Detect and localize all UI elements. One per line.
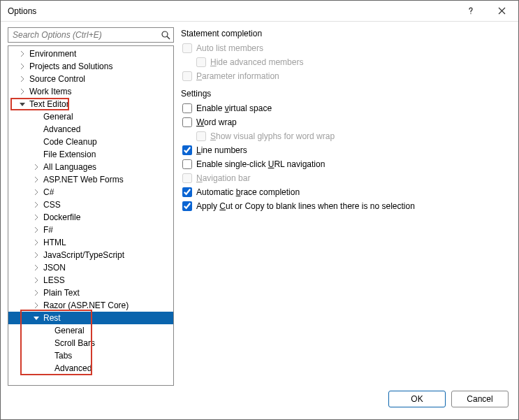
section-statement-completion: Statement completion xyxy=(181,27,511,41)
options-dialog: Options Environment Projects and Solutio… xyxy=(0,0,519,420)
tree-item-less[interactable]: LESS xyxy=(8,274,173,287)
search-icon[interactable] xyxy=(158,28,173,42)
help-button[interactable] xyxy=(455,1,486,21)
dialog-footer: OK Cancel xyxy=(1,386,518,419)
close-button[interactable] xyxy=(486,1,517,21)
checkbox-auto-list-members: Auto list members xyxy=(181,41,511,55)
checkbox-line-numbers[interactable]: Line numbers xyxy=(181,143,511,157)
tree-item-razor[interactable]: Razor (ASP.NET Core) xyxy=(8,299,173,312)
tree-item-general[interactable]: General xyxy=(8,110,173,123)
tree-item-css[interactable]: CSS xyxy=(8,198,173,211)
ok-button[interactable]: OK xyxy=(388,391,446,407)
tree-item-advanced[interactable]: Advanced xyxy=(8,123,173,136)
checkbox-navigation-bar: Navigation bar xyxy=(181,171,511,185)
titlebar: Options xyxy=(1,1,518,22)
tree-item-texteditor[interactable]: Text Editor xyxy=(8,98,173,110)
tree-item-rest-advanced[interactable]: Advanced xyxy=(8,362,173,375)
checkbox-word-wrap[interactable]: Word wrap xyxy=(181,115,511,129)
tree-item-sourcecontrol[interactable]: Source Control xyxy=(8,73,173,85)
tree-item-dockerfile[interactable]: Dockerfile xyxy=(8,211,173,224)
section-settings: Settings xyxy=(181,87,511,101)
tree-item-aspnet[interactable]: ASP.NET Web Forms xyxy=(8,173,173,186)
tree-item-rest-general[interactable]: General xyxy=(8,324,173,337)
search-box[interactable] xyxy=(8,27,174,43)
tree-item-jsts[interactable]: JavaScript/TypeScript xyxy=(8,249,173,261)
tree-item-plaintext[interactable]: Plain Text xyxy=(8,287,173,299)
tree-item-fileext[interactable]: File Extension xyxy=(8,148,173,161)
checkbox-single-click-url[interactable]: Enable single-click URL navigation xyxy=(181,157,511,171)
settings-panel: Statement completion Auto list members H… xyxy=(181,27,511,386)
window-title: Options xyxy=(8,6,455,16)
checkbox-visual-glyphs: Show visual glyphs for word wrap xyxy=(181,129,511,143)
checkbox-cut-copy-blank[interactable]: Apply Cut or Copy to blank lines when th… xyxy=(181,199,511,213)
tree-item-rest-scrollbars[interactable]: Scroll Bars xyxy=(8,337,173,349)
checkbox-parameter-information: Parameter information xyxy=(181,69,511,83)
tree-item-codecleanup[interactable]: Code Cleanup xyxy=(8,136,173,148)
svg-point-0 xyxy=(162,31,168,37)
search-input[interactable] xyxy=(8,28,158,42)
checkbox-hide-advanced-members: Hide advanced members xyxy=(181,55,511,69)
checkbox-brace-completion[interactable]: Automatic brace completion xyxy=(181,185,511,199)
tree-item-fsharp[interactable]: F# xyxy=(8,224,173,236)
tree-item-json[interactable]: JSON xyxy=(8,261,173,274)
tree-item-projects[interactable]: Projects and Solutions xyxy=(8,60,173,73)
help-icon xyxy=(467,7,475,15)
close-icon xyxy=(498,7,506,15)
left-panel: Environment Projects and Solutions Sourc… xyxy=(8,27,174,386)
tree-item-rest-tabs[interactable]: Tabs xyxy=(8,349,173,362)
tree-item-environment[interactable]: Environment xyxy=(8,48,173,60)
options-tree[interactable]: Environment Projects and Solutions Sourc… xyxy=(8,45,174,386)
dialog-body: Environment Projects and Solutions Sourc… xyxy=(1,22,518,386)
cancel-button[interactable]: Cancel xyxy=(451,391,509,407)
tree-item-rest[interactable]: Rest xyxy=(8,312,173,324)
tree-item-csharp[interactable]: C# xyxy=(8,186,173,198)
tree-item-html[interactable]: HTML xyxy=(8,236,173,249)
tree-item-alllang[interactable]: All Languages xyxy=(8,161,173,173)
tree-item-workitems[interactable]: Work Items xyxy=(8,85,173,98)
checkbox-virtual-space[interactable]: Enable virtual space xyxy=(181,101,511,115)
